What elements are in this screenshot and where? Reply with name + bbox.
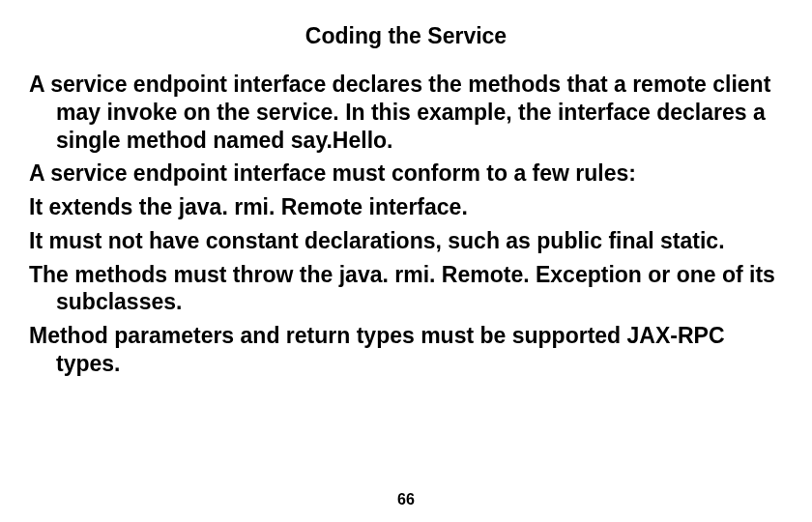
page-number: 66: [0, 491, 812, 508]
slide: Coding the Service A service endpoint in…: [0, 0, 812, 522]
paragraph: The methods must throw the java. rmi. Re…: [29, 261, 783, 317]
paragraph: A service endpoint interface must confor…: [29, 160, 783, 188]
slide-title: Coding the Service: [29, 23, 783, 49]
paragraph: It must not have constant declarations, …: [29, 227, 783, 255]
paragraph: A service endpoint interface declares th…: [29, 71, 783, 154]
paragraph: It extends the java. rmi. Remote interfa…: [29, 193, 783, 221]
paragraph: Method parameters and return types must …: [29, 322, 783, 378]
slide-body: A service endpoint interface declares th…: [29, 71, 783, 378]
